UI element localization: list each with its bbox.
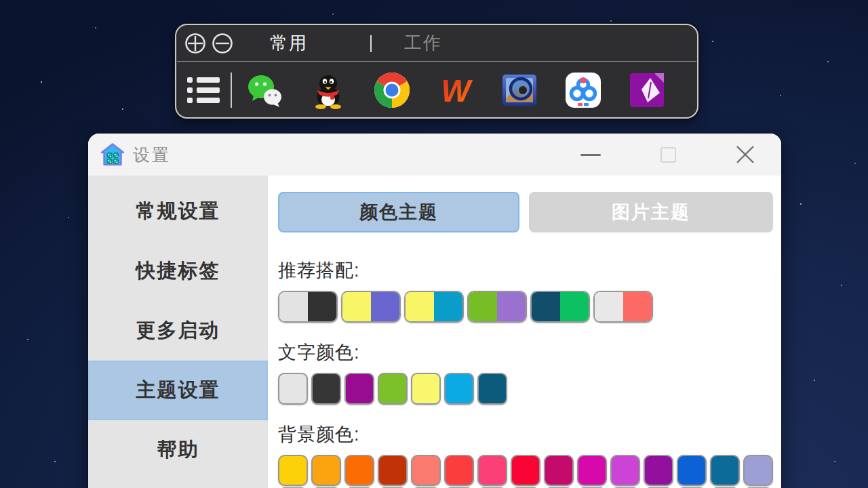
recommended-combo-row: [278, 291, 781, 323]
text-color-row: [278, 373, 781, 405]
qq-icon[interactable]: [309, 71, 347, 109]
combo-swatch-2[interactable]: [404, 291, 464, 323]
bg-color-swatch-6[interactable]: [477, 455, 507, 486]
bg-color-swatch-1[interactable]: [311, 455, 341, 486]
acdsee-icon[interactable]: [500, 71, 538, 109]
settings-sidebar: 常规设置快捷标签更多启动主题设置帮助: [88, 176, 268, 488]
minimize-button[interactable]: [575, 134, 606, 176]
bg-color-swatch-2[interactable]: [344, 455, 374, 486]
app-launcher-toolbar: 常用 工作: [175, 24, 698, 119]
app-list-icon[interactable]: [186, 71, 221, 109]
expand-circle-plus-icon[interactable]: [184, 33, 206, 54]
text-color-swatch-5[interactable]: [444, 373, 474, 405]
sidebar-item-1[interactable]: 快捷标签: [88, 241, 268, 301]
sidebar-item-4[interactable]: 帮助: [88, 420, 268, 480]
icon-row-separator: [231, 73, 232, 108]
combo-swatch-4[interactable]: [530, 291, 590, 323]
purple-pen-app-icon[interactable]: [628, 71, 666, 109]
theme-tab-0[interactable]: 颜色主题: [278, 192, 519, 232]
maximize-button[interactable]: [652, 134, 684, 176]
sidebar-item-2[interactable]: 更多启动: [88, 301, 268, 361]
launcher-tab-bar: 常用 工作: [176, 25, 697, 61]
text-color-swatch-2[interactable]: [344, 373, 374, 405]
combo-swatch-3[interactable]: [467, 291, 527, 323]
window-title: 设置: [133, 134, 171, 176]
text-color-label: 文字颜色:: [278, 339, 781, 366]
wps-icon[interactable]: W: [437, 71, 475, 109]
launcher-tab-work[interactable]: 工作: [404, 25, 442, 61]
text-color-swatch-1[interactable]: [311, 373, 341, 405]
minimize-icon: [580, 154, 601, 156]
close-icon: [735, 144, 755, 165]
bg-color-swatch-14[interactable]: [743, 455, 773, 486]
launcher-tab-common[interactable]: 常用: [270, 25, 308, 61]
bg-color-swatch-5[interactable]: [444, 455, 474, 486]
bg-color-swatch-10[interactable]: [610, 455, 640, 486]
bg-color-swatch-0[interactable]: [278, 455, 308, 486]
sidebar-item-3[interactable]: 主题设置: [88, 361, 268, 420]
chrome-icon[interactable]: [373, 71, 411, 109]
titlebar[interactable]: 设置: [88, 134, 781, 176]
baidu-netdisk-icon[interactable]: [564, 71, 602, 109]
text-color-swatch-0[interactable]: [278, 373, 308, 405]
bg-color-swatch-8[interactable]: [544, 455, 574, 486]
launcher-home-app-icon: [100, 142, 125, 167]
tab-separator: [370, 35, 372, 52]
settings-content: 颜色主题图片主题 推荐搭配: 文字颜色: 背景颜色:: [268, 176, 781, 488]
combo-swatch-1[interactable]: [341, 291, 401, 323]
svg-text:W: W: [441, 73, 473, 108]
bg-color-swatch-9[interactable]: [577, 455, 607, 486]
stars-decoration: [41, 81, 42, 83]
desktop-background: 常用 工作: [0, 0, 868, 488]
combo-swatch-5[interactable]: [593, 291, 653, 323]
wechat-icon[interactable]: [245, 71, 283, 109]
sidebar-item-0[interactable]: 常规设置: [88, 182, 268, 241]
bg-color-swatch-13[interactable]: [710, 455, 740, 486]
collapse-circle-minus-icon[interactable]: [212, 33, 233, 54]
combo-swatch-0[interactable]: [278, 291, 338, 323]
theme-tab-bar: 颜色主题图片主题: [278, 192, 781, 232]
launcher-icon-row: W: [176, 62, 697, 119]
settings-window: 设置 常规设置快捷标签更多启动主题设置帮助 颜色主题图片主题 推荐搭配: 文字颜…: [88, 134, 781, 488]
close-button[interactable]: [730, 134, 761, 176]
bg-color-swatch-7[interactable]: [511, 455, 540, 486]
bg-color-swatch-11[interactable]: [644, 455, 673, 486]
recommended-combos-label: 推荐搭配:: [278, 257, 781, 284]
bg-color-label: 背景颜色:: [278, 421, 781, 448]
bg-color-swatch-3[interactable]: [378, 455, 408, 486]
bg-color-swatch-4[interactable]: [411, 455, 441, 486]
theme-tab-1[interactable]: 图片主题: [529, 192, 773, 232]
text-color-swatch-3[interactable]: [378, 373, 408, 405]
bg-color-row: [278, 455, 781, 486]
text-color-swatch-4[interactable]: [411, 373, 441, 405]
bg-color-swatch-12[interactable]: [677, 455, 707, 486]
text-color-swatch-6[interactable]: [477, 373, 507, 405]
maximize-icon: [660, 147, 676, 163]
